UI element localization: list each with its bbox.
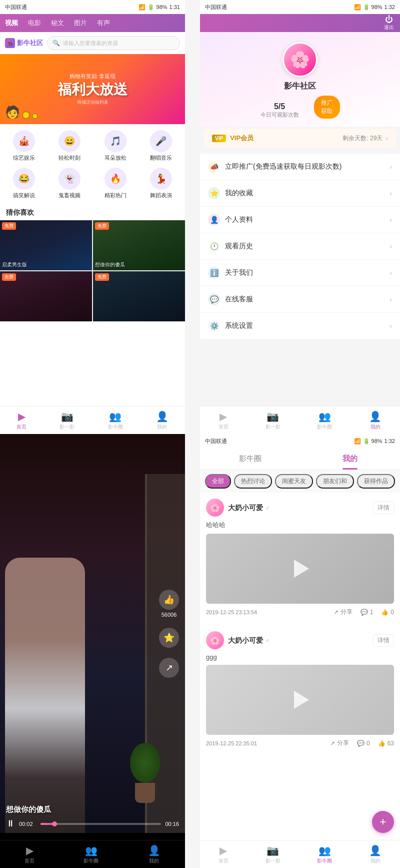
video-thumb-1[interactable]: 免费 想做你的傻瓜 xyxy=(93,220,185,270)
q4-tab-community[interactable]: 影牛圈 xyxy=(200,448,300,470)
q2-nav-community[interactable]: 👥 影牛圈 xyxy=(317,410,332,430)
q3-star-button[interactable]: ⭐ xyxy=(159,628,179,648)
cat-item-2[interactable]: 🎵 耳朵放松 xyxy=(94,128,138,164)
q2-camera-icon: 📷 xyxy=(266,410,279,422)
cat-item-5[interactable]: 👻 鬼畜视频 xyxy=(48,166,92,201)
menu-text-service: 在线客服 xyxy=(225,295,253,304)
menu-item-favorites[interactable]: ⭐ 我的收藏 › xyxy=(200,180,400,207)
cat-item-1[interactable]: 😄 轻松时刻 xyxy=(48,128,92,164)
video-title-0: 启柔男生版 xyxy=(2,261,27,268)
post-1-detail-button[interactable]: 详情 xyxy=(373,634,394,647)
chevron-right-icon: › xyxy=(386,134,388,142)
q2-vip-bar[interactable]: VIP VIP会员 剩余天数: 29天 › xyxy=(204,129,396,148)
q1-banner[interactable]: 购物有奖励 拿返现 福利大放送 商城活动福利多 🧑 xyxy=(0,54,185,124)
post-0-comment-count: 1 xyxy=(370,609,374,616)
q1-nav-profile[interactable]: 👤 我的 xyxy=(156,410,168,430)
menu-item-history[interactable]: 🕐 观看历史 › xyxy=(200,233,400,260)
post-0-comment-button[interactable]: 💬 1 xyxy=(360,609,374,616)
nav-tab-movie[interactable]: 电影 xyxy=(28,19,41,28)
girl-figure xyxy=(5,558,85,833)
q3-progress-fill xyxy=(40,823,55,825)
q3-nav-community-label: 影牛圈 xyxy=(84,857,98,864)
nav-tab-video[interactable]: 视频 xyxy=(5,19,18,28)
cat-item-4[interactable]: 😂 搞笑解说 xyxy=(2,166,46,201)
post-0-video-thumb[interactable] xyxy=(206,534,394,604)
cat-label-3: 翻唱音乐 xyxy=(150,154,172,162)
post-1-video-thumb[interactable] xyxy=(206,665,394,735)
menu-item-settings[interactable]: ⚙️ 系统设置 › xyxy=(200,313,400,339)
q3-profile-icon: 👤 xyxy=(148,844,160,856)
q2-exit-label: 退出 xyxy=(384,24,394,31)
q3-nav-community[interactable]: 👥 影牛圈 xyxy=(84,844,98,864)
menu-item-service[interactable]: 💬 在线客服 › xyxy=(200,286,400,313)
q2-nav-profile[interactable]: 👤 我的 xyxy=(369,410,382,430)
post-0-detail-button[interactable]: 详情 xyxy=(373,502,394,514)
nav-tab-secret[interactable]: 秘文 xyxy=(51,19,64,28)
q3-share-button[interactable]: ↗ xyxy=(159,658,179,678)
video-thumb-3[interactable]: 免费 xyxy=(93,271,185,321)
post-1-user-info: 大奶小可爱 ♂ xyxy=(228,636,270,645)
q3-nav-profile[interactable]: 👤 我的 xyxy=(148,844,160,864)
cat-label-2: 耳朵放松 xyxy=(104,154,126,162)
chat-icon: 💬 xyxy=(208,293,220,305)
filter-friends[interactable]: 闺蜜天友 xyxy=(275,474,313,489)
filter-all[interactable]: 全部 xyxy=(205,474,231,489)
cat-label-0: 综艺娱乐 xyxy=(13,154,35,162)
q4-nav-yiying[interactable]: 📷 影一影 xyxy=(266,844,280,864)
q1-nav-community[interactable]: 👥 影牛圈 xyxy=(108,410,123,430)
video-thumb-2[interactable]: 免费 xyxy=(0,271,92,321)
cat-item-3[interactable]: 🎤 翻唱音乐 xyxy=(140,128,184,164)
post-1-share-button[interactable]: ↗ 分享 xyxy=(330,739,349,747)
menu-item-about-left: ℹ️ 关于我们 xyxy=(208,267,253,279)
q4-nav-home[interactable]: ▶ 首页 xyxy=(218,844,228,864)
post-0-share-button[interactable]: ↗ 分享 xyxy=(334,608,352,616)
nav-tab-audio[interactable]: 有声 xyxy=(97,19,110,28)
q4-nav-community[interactable]: 👥 影牛圈 xyxy=(317,844,332,864)
share-icon: ↗ xyxy=(334,609,338,616)
cat-item-0[interactable]: 🎪 综艺娱乐 xyxy=(2,128,46,164)
cat-icon-2: 🎵 xyxy=(104,130,126,152)
q4-tab-mine[interactable]: 我的 xyxy=(300,448,400,470)
q4-nav-profile[interactable]: 👤 我的 xyxy=(369,844,382,864)
q3-play-pause-button[interactable]: ⏸ xyxy=(6,818,15,829)
q2-promote-button[interactable]: 推广获取 xyxy=(314,96,340,119)
q3-like-button[interactable]: 👍 56006 xyxy=(159,590,179,618)
nav-tab-pic[interactable]: 图片 xyxy=(74,19,87,28)
q4-post-1: 🌸 大奶小可爱 ♂ 详情 ggg 2019-12-25 22:35:01 ↗ 分… xyxy=(200,625,400,753)
q1-nav-yiying-label: 影一影 xyxy=(60,423,74,430)
play-icon-2 xyxy=(294,691,309,709)
q2-exit-button[interactable]: ⏻ 退出 xyxy=(384,15,394,31)
q4-battery: 🔋 98% xyxy=(363,438,382,445)
post-0-time: 2019-12-25 23:13:54 xyxy=(206,609,326,615)
q1-search-placeholder: 请输入您要搜索的资源 xyxy=(63,40,118,47)
q2-nav-yiying[interactable]: 📷 影一影 xyxy=(266,410,280,430)
q3-nav-home[interactable]: ▶ 首页 xyxy=(24,844,34,864)
profile-icon: 👤 xyxy=(156,410,168,422)
q2-nav-home[interactable]: ▶ 首页 xyxy=(218,410,228,430)
menu-item-profile[interactable]: 👤 个人资料 › xyxy=(200,207,400,233)
video-thumb-0[interactable]: 免费 启柔男生版 xyxy=(0,220,92,270)
filter-works[interactable]: 获得作品 xyxy=(357,474,395,489)
menu-item-promote[interactable]: 📣 立即推广(免费迅速获取每日观影次数) › xyxy=(200,154,400,180)
q4-fab-create-button[interactable]: + xyxy=(372,811,394,833)
q1-nav-home-label: 首页 xyxy=(16,423,26,430)
post-1-like-button[interactable]: 👍 63 xyxy=(378,740,394,747)
q1-header: 🐂 影牛社区 🔍 请输入您要搜索的资源 xyxy=(0,32,185,54)
q1-nav-yiying[interactable]: 📷 影一影 xyxy=(60,410,74,430)
post-0-text: 哈哈哈 xyxy=(206,521,394,530)
filter-buddies[interactable]: 朋友们和 xyxy=(316,474,354,489)
menu-item-about[interactable]: ℹ️ 关于我们 › xyxy=(200,260,400,286)
post-0-like-button[interactable]: 👍 0 xyxy=(381,609,394,616)
q3-video-area[interactable]: 👍 56006 ⭐ ↗ 想做你的傻瓜 ⏸ 00:02 00:16 xyxy=(0,434,185,833)
q3-current-time: 00:02 xyxy=(19,821,36,827)
q3-progress-bar[interactable] xyxy=(40,823,161,825)
q1-nav-home[interactable]: ▶ 首页 xyxy=(16,410,26,430)
q4-nav-home-label: 首页 xyxy=(218,857,228,864)
q1-search-bar[interactable]: 🔍 请输入您要搜索的资源 xyxy=(47,36,180,50)
cat-item-7[interactable]: 💃 舞蹈表演 xyxy=(140,166,184,201)
post-1-comment-button[interactable]: 💬 0 xyxy=(357,740,370,747)
post-1-username: 大奶小可爱 xyxy=(228,636,263,644)
filter-hot[interactable]: 热烈讨论 xyxy=(234,474,272,489)
cat-item-6[interactable]: 🔥 精彩热门 xyxy=(94,166,138,201)
q2-avatar: 🌸 xyxy=(282,42,318,77)
